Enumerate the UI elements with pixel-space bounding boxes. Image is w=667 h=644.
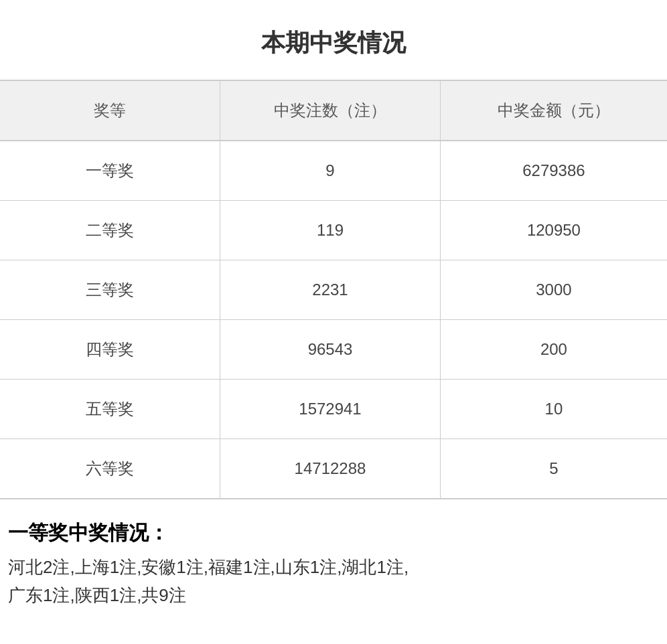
prize-amount-cell: 3000	[440, 260, 667, 320]
table-row: 四等奖96543200	[0, 320, 667, 380]
prize-level-cell: 一等奖	[0, 141, 220, 201]
prize-amount-cell: 5	[440, 439, 667, 499]
prize-table-wrapper: 奖等 中奖注数（注） 中奖金额（元） 一等奖96279386二等奖1191209…	[0, 80, 667, 499]
first-prize-detail-line2: 广东1注,陕西1注,共9注	[8, 582, 659, 610]
first-prize-section: 一等奖中奖情况： 河北2注,上海1注,安徽1注,福建1注,山东1注,湖北1注, …	[0, 499, 667, 616]
prize-count-cell: 119	[220, 201, 441, 260]
table-row: 三等奖22313000	[0, 260, 667, 320]
prize-count-cell: 1572941	[220, 380, 441, 439]
prize-count-cell: 9	[220, 141, 441, 201]
table-row: 一等奖96279386	[0, 141, 667, 201]
page-title: 本期中奖情况	[0, 13, 667, 80]
prize-count-cell: 2231	[220, 260, 441, 320]
table-row: 二等奖119120950	[0, 201, 667, 260]
table-row: 六等奖147122885	[0, 439, 667, 499]
first-prize-title: 一等奖中奖情况：	[8, 519, 659, 547]
prize-level-cell: 四等奖	[0, 320, 220, 380]
prize-amount-cell: 200	[440, 320, 667, 380]
prize-count-cell: 14712288	[220, 439, 441, 499]
prize-level-cell: 六等奖	[0, 439, 220, 499]
page-container: 本期中奖情况 奖等 中奖注数（注） 中奖金额（元） 一等奖96279386二等奖…	[0, 0, 667, 636]
prize-count-cell: 96543	[220, 320, 441, 380]
table-header-row: 奖等 中奖注数（注） 中奖金额（元）	[0, 81, 667, 141]
prize-level-cell: 三等奖	[0, 260, 220, 320]
prize-amount-cell: 120950	[440, 201, 667, 260]
col-header-count: 中奖注数（注）	[220, 81, 441, 141]
col-header-amount: 中奖金额（元）	[440, 81, 667, 141]
first-prize-detail-line1: 河北2注,上海1注,安徽1注,福建1注,山东1注,湖北1注,	[8, 554, 659, 582]
prize-amount-cell: 10	[440, 380, 667, 439]
col-header-prize: 奖等	[0, 81, 220, 141]
prize-table: 奖等 中奖注数（注） 中奖金额（元） 一等奖96279386二等奖1191209…	[0, 81, 667, 498]
prize-level-cell: 五等奖	[0, 380, 220, 439]
prize-amount-cell: 6279386	[440, 141, 667, 201]
prize-level-cell: 二等奖	[0, 201, 220, 260]
table-row: 五等奖157294110	[0, 380, 667, 439]
